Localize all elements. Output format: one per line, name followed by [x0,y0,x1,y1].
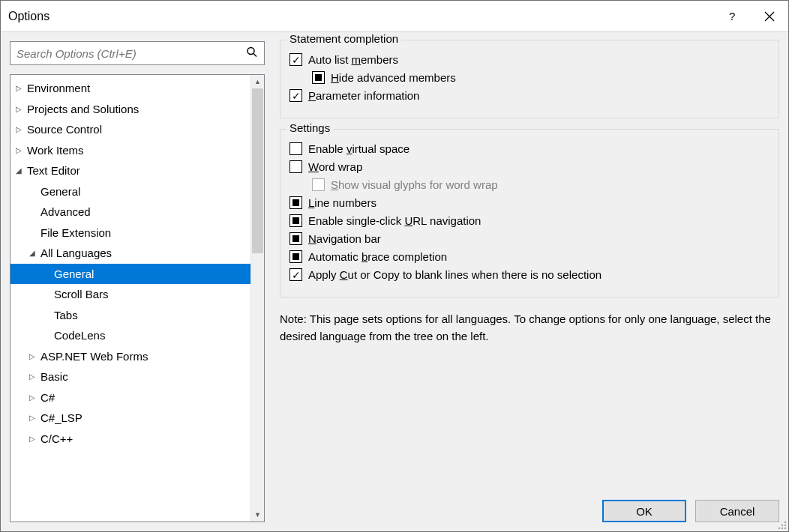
cancel-button[interactable]: Cancel [695,500,779,522]
checkbox-label: Show visual glyphs for word wrap [331,178,498,191]
scroll-thumb[interactable] [252,88,263,253]
checkbox-icon [290,142,302,155]
group-settings: Settings Enable virtual space Word wrap … [280,129,779,297]
svg-line-4 [254,54,256,57]
scroll-up-icon[interactable]: ▲ [251,75,264,88]
chevron-right-icon[interactable]: ▷ [14,146,24,154]
tree-item[interactable]: ▷Projects and Solutions [10,99,250,120]
options-tree[interactable]: ▷Environment▷Projects and Solutions▷Sour… [10,75,250,522]
tree-item[interactable]: Tabs [10,305,250,326]
tree-item-label: File Extension [38,226,111,239]
svg-point-5 [784,522,786,523]
group-title: Statement completion [286,32,401,45]
tree-item-label: Basic [38,370,68,383]
checkbox-icon [312,71,325,84]
chevron-right-icon[interactable]: ▷ [27,352,38,360]
chevron-down-icon[interactable]: ◢ [27,249,38,257]
checkbox-icon: ✓ [290,53,302,66]
checkbox-icon [290,250,302,263]
right-panel: Statement completion ✓ Auto list members… [268,32,788,531]
svg-text:?: ? [729,10,735,22]
chevron-right-icon[interactable]: ▷ [14,125,24,133]
tree-item[interactable]: ◢All Languages [10,243,250,264]
checkbox-label: Automatic brace completion [308,250,447,263]
tree-item[interactable]: ▷Environment [10,78,250,99]
tree-item-label: Projects and Solutions [24,103,139,115]
tree-item[interactable]: ▷Basic [10,366,250,387]
checkbox-url-navigation[interactable]: Enable single-click URL navigation [290,214,770,227]
options-dialog: Options ? ▷Environment▷Projects and Solu… [0,0,789,532]
titlebar-controls: ? [713,1,788,31]
dialog-content: ▷Environment▷Projects and Solutions▷Sour… [1,32,788,531]
checkbox-hide-advanced[interactable]: Hide advanced members [290,71,770,84]
titlebar: Options ? [1,1,788,32]
checkbox-word-wrap[interactable]: Word wrap [290,160,770,173]
checkbox-label: Parameter information [308,89,419,102]
checkbox-show-glyphs: Show visual glyphs for word wrap [290,178,770,191]
search-input[interactable] [16,47,240,60]
left-panel: ▷Environment▷Projects and Solutions▷Sour… [1,32,268,531]
checkbox-icon [290,232,302,245]
tree-item[interactable]: Advanced [10,202,250,223]
group-statement-completion: Statement completion ✓ Auto list members… [280,40,779,118]
tree-item-label: C#_LSP [38,411,82,424]
tree-item-label: General [51,267,94,280]
tree-item-label: Source Control [24,123,102,136]
note-text: Note: This page sets options for all lan… [280,311,779,345]
svg-point-9 [782,528,783,529]
tree-item-label: CodeLens [51,329,105,342]
search-icon [246,46,258,61]
button-bar: OK Cancel [602,500,779,522]
chevron-down-icon[interactable]: ◢ [14,166,24,175]
tree-item[interactable]: ▷Work Items [10,140,250,161]
svg-point-3 [248,48,254,55]
checkbox-icon: ✓ [290,89,302,102]
checkbox-label: Navigation bar [308,232,381,245]
chevron-right-icon[interactable]: ▷ [14,105,24,113]
tree-item[interactable]: ▷Source Control [10,119,250,140]
chevron-right-icon[interactable]: ▷ [27,393,38,402]
close-icon [764,10,776,22]
tree-item[interactable]: General [10,264,250,285]
tree-item[interactable]: ▷C#_LSP [10,408,250,429]
tree-item[interactable]: ▷C# [10,387,250,408]
search-box[interactable] [10,41,265,65]
svg-point-7 [784,525,786,526]
chevron-right-icon[interactable]: ▷ [14,84,24,92]
tree-item[interactable]: ◢Text Editor [10,160,250,181]
chevron-right-icon[interactable]: ▷ [27,414,38,422]
tree-item[interactable]: CodeLens [10,325,250,346]
tree-item-label: Advanced [38,205,91,218]
tree-item[interactable]: File Extension [10,223,250,244]
checkbox-icon [290,196,302,209]
checkbox-virtual-space[interactable]: Enable virtual space [290,142,770,155]
checkbox-label: Line numbers [308,196,376,209]
checkbox-icon [290,160,302,173]
tree-item[interactable]: Scroll Bars [10,284,250,305]
group-title: Settings [286,121,333,134]
scroll-down-icon[interactable]: ▼ [251,508,264,522]
checkbox-auto-list-members[interactable]: ✓ Auto list members [290,53,770,66]
resize-grip-icon[interactable] [776,519,787,530]
tree-scrollbar[interactable]: ▲ ▼ [250,75,264,522]
tree-item[interactable]: ▷ASP.NET Web Forms [10,346,250,367]
svg-point-8 [778,528,780,529]
tree-item[interactable]: General [10,181,250,202]
svg-point-10 [784,528,786,529]
help-button[interactable]: ? [713,1,751,31]
checkbox-line-numbers[interactable]: Line numbers [290,196,770,209]
tree-item-label: C# [38,391,55,404]
chevron-right-icon[interactable]: ▷ [27,435,38,443]
checkbox-brace-completion[interactable]: Automatic brace completion [290,250,770,263]
tree-item[interactable]: ▷C/C++ [10,429,250,450]
checkbox-parameter-info[interactable]: ✓ Parameter information [290,89,770,102]
chevron-right-icon[interactable]: ▷ [27,372,38,381]
checkbox-icon [312,178,325,191]
close-button[interactable] [751,1,788,31]
ok-button[interactable]: OK [602,500,686,522]
tree-container: ▷Environment▷Projects and Solutions▷Sour… [10,74,265,522]
checkbox-apply-cut-copy[interactable]: ✓ Apply Cut or Copy to blank lines when … [290,268,770,281]
checkbox-icon [290,214,302,227]
checkbox-navigation-bar[interactable]: Navigation bar [290,232,770,245]
tree-item-label: C/C++ [38,432,73,445]
